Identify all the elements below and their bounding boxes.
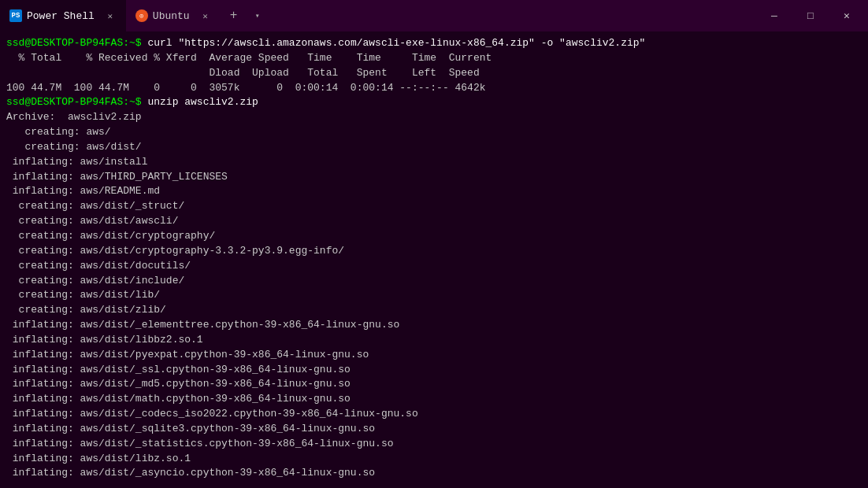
terminal-line: inflating: aws/dist/pyexpat.cpython-39-x… [6,348,862,363]
terminal-line: ssd@DESKTOP-BP94FAS:~$ curl "https://aws… [6,36,862,51]
terminal-line: inflating: aws/dist/_md5.cpython-39-x86_… [6,377,862,392]
ubuntu-icon: ⊙ [135,9,148,22]
terminal-line: inflating: aws/dist/libbz2.so.1 [6,333,862,348]
tabs-dropdown-button[interactable]: ▾ [247,0,269,31]
terminal-line: creating: aws/dist/ [6,140,862,155]
terminal-line: creating: aws/dist/include/ [6,274,862,289]
titlebar: PS Power Shell ✕ ⊙ Ubuntu ✕ + ▾ — □ ✕ [0,0,868,31]
tab-powershell-close[interactable]: ✕ [104,9,117,22]
terminal-command: curl "https://awscli.amazonaws.com/awscl… [147,37,645,49]
terminal-line: creating: aws/dist/cryptography-3.3.2-py… [6,244,862,259]
window-controls: — □ ✕ [756,0,868,31]
tab-ubuntu-label: Ubuntu [153,10,190,22]
terminal-line: inflating: aws/dist/_elementtree.cpython… [6,318,862,333]
powershell-icon: PS [9,9,22,22]
terminal-line: inflating: aws/dist/math.cpython-39-x86_… [6,392,862,407]
tab-powershell[interactable]: PS Power Shell ✕ [0,0,126,31]
terminal-line: inflating: aws/README.md [6,184,862,199]
terminal-line: creating: aws/dist/docutils/ [6,259,862,274]
terminal-line: creating: aws/dist/cryptography/ [6,229,862,244]
terminal-line: inflating: aws/dist/_statistics.cpython-… [6,437,862,452]
tab-ubuntu-close[interactable]: ✕ [199,9,212,22]
terminal-line: Archive: awscliv2.zip [6,110,862,125]
terminal-line: creating: aws/ [6,125,862,140]
terminal-line: creating: aws/dist/lib/ [6,288,862,303]
terminal-line: inflating: aws/dist/_codecs_iso2022.cpyt… [6,407,862,422]
close-button[interactable]: ✕ [829,0,865,31]
terminal-line: inflating: aws/dist/_ssl.cpython-39-x86_… [6,363,862,378]
terminal-line: creating: aws/dist/_struct/ [6,199,862,214]
terminal-line: 100 44.7M 100 44.7M 0 0 3057k 0 0:00:14 … [6,81,862,96]
minimize-button[interactable]: — [756,0,792,31]
terminal-line: creating: aws/dist/awscli/ [6,214,862,229]
terminal-output: ssd@DESKTOP-BP94FAS:~$ curl "https://aws… [0,31,868,488]
maximize-button[interactable]: □ [792,0,829,31]
terminal-command: unzip awscliv2.zip [147,96,258,108]
terminal-line: inflating: aws/dist/_asyncio.cpython-39-… [6,466,862,481]
tab-ubuntu[interactable]: ⊙ Ubuntu ✕ [126,0,221,31]
terminal-line: creating: aws/dist/zlib/ [6,303,862,318]
terminal-line: inflating: aws/install [6,155,862,170]
terminal-line: inflating: aws/dist/_sqlite3.cpython-39-… [6,422,862,437]
terminal-line: % Total % Received % Xferd Average Speed… [6,51,862,66]
tabs-area: PS Power Shell ✕ ⊙ Ubuntu ✕ + ▾ [0,0,756,31]
tab-powershell-label: Power Shell [27,10,95,22]
new-tab-button[interactable]: + [221,0,247,31]
terminal-line: inflating: aws/THIRD_PARTY_LICENSES [6,170,862,185]
terminal-prompt: ssd@DESKTOP-BP94FAS:~$ [6,96,147,108]
terminal-line: ssd@DESKTOP-BP94FAS:~$ unzip awscliv2.zi… [6,95,862,110]
terminal-prompt: ssd@DESKTOP-BP94FAS:~$ [6,37,147,49]
terminal-line: inflating: aws/dist/libz.so.1 [6,452,862,467]
terminal-line: Dload Upload Total Spent Left Speed [6,66,862,81]
